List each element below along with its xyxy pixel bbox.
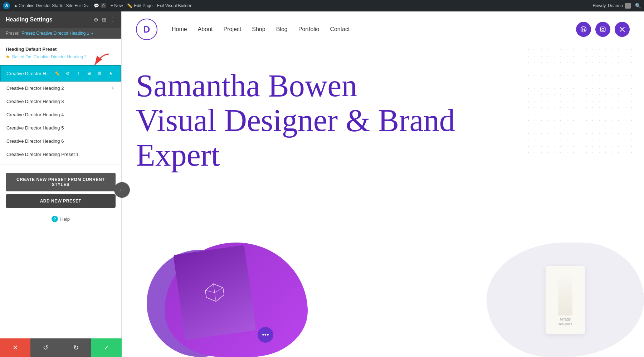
site-name-bar[interactable]: ● Creative Director Starter Site For Div… — [14, 3, 89, 9]
undo-icon: ↺ — [43, 344, 48, 352]
preset-item-4[interactable]: Creative Director Heading 4 — [0, 108, 121, 121]
panel-more-icon[interactable]: ⋮ — [110, 16, 116, 23]
nav-about[interactable]: About — [198, 26, 213, 33]
panel-grid-icon[interactable]: ⊞ — [102, 16, 107, 23]
site-nav: Home About Project Shop Blog Portfolio C… — [172, 26, 350, 33]
panel-preset-info: Preset: Preset: Creative Director Headin… — [0, 28, 121, 39]
nav-project[interactable]: Project — [224, 26, 241, 33]
redo-icon: ↻ — [73, 344, 79, 352]
dots-icon: ••• — [262, 331, 269, 339]
close-btn[interactable]: ✕ — [0, 338, 30, 357]
twitter-x-icon[interactable] — [615, 22, 630, 37]
admin-bar: W ● Creative Director Starter Site For D… — [0, 0, 644, 11]
panel-header: Heading Settings ⊕ ⊞ ⋮ — [0, 11, 121, 28]
panel-help[interactable]: ? Help — [0, 212, 121, 226]
candle-label: Miragesea glass — [558, 317, 572, 327]
divi-site-icon: ● — [14, 3, 17, 9]
wp-icon: W — [3, 2, 10, 9]
nav-shop[interactable]: Shop — [252, 26, 265, 33]
preset-toolbar: ✏️ ⚙ ↑ ⊞ 🗑 ★ — [53, 69, 115, 78]
preset-name-p1: Creative Director Heading Preset 1 — [6, 152, 115, 157]
preset-item-5[interactable]: Creative Director Heading 5 — [0, 121, 121, 135]
diamond-svg-icon — [203, 280, 227, 305]
hero-line3: Expert — [136, 138, 644, 173]
panel-search-icon[interactable]: ⊕ — [94, 16, 98, 23]
nav-blog[interactable]: Blog — [276, 26, 288, 33]
preset-name-3: Creative Director Heading 3 — [6, 99, 115, 104]
preset-item-2[interactable]: Creative Director Heading 2 ★ — [0, 82, 121, 95]
new-btn-bar[interactable]: + New — [111, 3, 123, 8]
active-preset-wrapper: Creative Director H... ✏️ ⚙ ↑ ⊞ 🗑 ★ — [0, 65, 121, 82]
nav-home[interactable]: Home — [172, 26, 187, 33]
preset-name-6: Creative Director Heading 6 — [6, 138, 115, 144]
preset-name-link[interactable]: Preset: Creative Director Heading 1 — [21, 31, 89, 36]
redo-btn[interactable]: ↻ — [61, 338, 91, 357]
preset-star-2: ★ — [111, 85, 115, 91]
star-icon-gold: ★ — [6, 54, 10, 59]
nav-contact[interactable]: Contact — [330, 26, 350, 33]
save-icon: ✓ — [104, 344, 109, 352]
white-blob-group: Miragesea glass — [487, 243, 644, 357]
preset-item-6[interactable]: Creative Director Heading 6 — [0, 135, 121, 148]
preset-star-icon[interactable]: ★ — [106, 69, 115, 78]
user-avatar — [625, 3, 631, 9]
hero-line1: Samantha Bowen — [136, 69, 644, 103]
svg-point-4 — [604, 28, 605, 28]
preset-duplicate-icon[interactable]: ⊞ — [85, 69, 93, 78]
search-icon-bar[interactable]: 🔍 — [635, 3, 641, 9]
hero-section: Samantha Bowen Visual Designer & Brand E… — [136, 47, 644, 172]
edit-page-btn[interactable]: ✏️ Edit Page — [127, 3, 152, 8]
preset-item-3[interactable]: Creative Director Heading 3 — [0, 95, 121, 108]
based-on-link[interactable]: Based On: Creative Director Heading 2 — [12, 54, 87, 59]
undo-btn[interactable]: ↺ — [30, 338, 61, 357]
product-package — [173, 245, 256, 340]
site-header: D Home About Project Shop Blog Portfolio… — [122, 11, 644, 47]
panel-divider — [0, 165, 121, 165]
preset-delete-icon[interactable]: 🗑 — [96, 69, 104, 78]
preset-settings-icon[interactable]: ⚙ — [63, 69, 72, 78]
dribbble-icon[interactable] — [576, 22, 591, 37]
comment-icon: 💬 — [94, 3, 99, 8]
website-area: D Home About Project Shop Blog Portfolio… — [122, 11, 644, 357]
candle-product: Miragesea glass — [546, 266, 585, 334]
help-icon: ? — [52, 216, 58, 222]
comments-bar[interactable]: 💬 0 — [94, 3, 106, 8]
preset-dropdown-arrow[interactable]: ▾ — [91, 31, 93, 35]
site-social — [576, 22, 630, 37]
exit-builder-btn[interactable]: Exit Visual Builder — [157, 3, 191, 8]
default-preset-label: Heading Default Preset — [6, 47, 116, 52]
based-on-row: ★ Based On: Creative Director Heading 2 — [6, 54, 116, 59]
wp-logo[interactable]: W — [3, 2, 10, 9]
panel-resize-handle[interactable]: ↔ — [114, 182, 130, 198]
panel-body: Heading Default Preset ★ Based On: Creat… — [0, 39, 121, 357]
preset-upload-icon[interactable]: ↑ — [74, 69, 83, 78]
purple-image-group: ••• — [136, 243, 308, 357]
close-icon: ✕ — [13, 344, 18, 352]
floating-menu-btn[interactable]: ••• — [258, 327, 273, 343]
hero-line2: Visual Designer & Brand — [136, 103, 644, 138]
preset-item-p1[interactable]: Creative Director Heading Preset 1 — [0, 148, 121, 161]
instagram-icon[interactable] — [595, 22, 610, 37]
help-text: Help — [60, 216, 70, 222]
preset-edit-icon[interactable]: ✏️ — [53, 69, 61, 78]
preset-prefix: Preset: — [6, 31, 19, 36]
preset-item-active[interactable]: Creative Director H... ✏️ ⚙ ↑ ⊞ 🗑 ★ — [0, 65, 121, 82]
bottom-images: ••• Miragesea glass — [122, 243, 644, 357]
bottom-toolbar: ✕ ↺ ↻ ✓ — [0, 338, 122, 357]
nav-portfolio[interactable]: Portfolio — [298, 26, 319, 33]
pencil-icon: ✏️ — [127, 3, 132, 8]
hero-heading: Samantha Bowen Visual Designer & Brand E… — [136, 69, 644, 172]
create-preset-btn[interactable]: CREATE NEW PRESET FROM CURRENT STYLES — [6, 173, 116, 191]
site-logo[interactable]: D — [136, 19, 157, 40]
save-btn[interactable]: ✓ — [91, 338, 122, 357]
howdy-section: Howdy, Deanna — [593, 3, 631, 9]
preset-active-name: Creative Director H... — [6, 71, 50, 76]
white-blob: Miragesea glass — [487, 243, 644, 357]
add-preset-btn[interactable]: ADD NEW PRESET — [6, 194, 116, 208]
svg-point-3 — [602, 28, 604, 30]
preset-name-5: Creative Director Heading 5 — [6, 125, 115, 131]
candle-body — [558, 276, 572, 316]
svg-point-1 — [581, 27, 586, 32]
panel-btn-section: CREATE NEW PRESET FROM CURRENT STYLES AD… — [0, 168, 121, 212]
svg-marker-6 — [214, 283, 224, 293]
